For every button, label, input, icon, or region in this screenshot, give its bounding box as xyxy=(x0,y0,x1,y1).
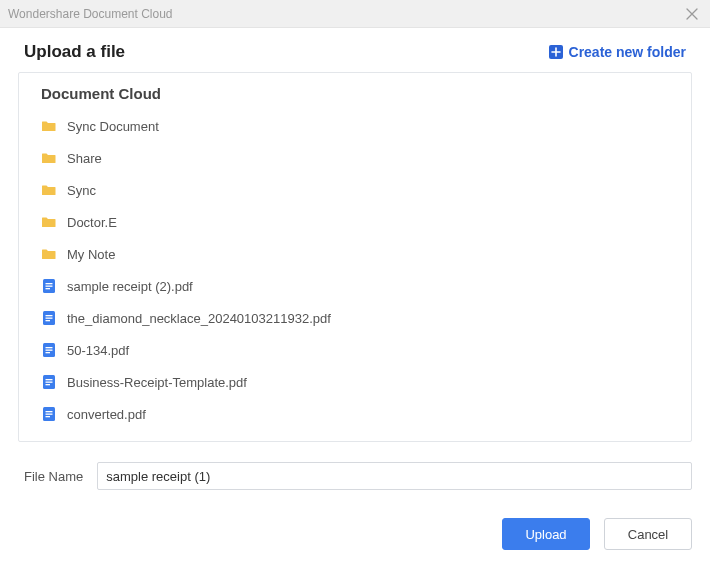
file-icon xyxy=(41,406,57,422)
folder-row[interactable]: Sync xyxy=(41,174,687,206)
svg-rect-14 xyxy=(46,379,53,380)
folder-row[interactable]: Doctor.E xyxy=(41,206,687,238)
folder-icon xyxy=(41,150,57,166)
svg-rect-7 xyxy=(46,318,53,319)
svg-rect-18 xyxy=(46,411,53,412)
plus-icon xyxy=(549,45,563,59)
item-name: Share xyxy=(67,151,102,166)
file-icon xyxy=(41,278,57,294)
svg-rect-16 xyxy=(46,384,51,385)
file-icon xyxy=(41,342,57,358)
folder-icon xyxy=(41,214,57,230)
filename-label: File Name xyxy=(24,469,83,484)
file-row[interactable]: Business-Receipt-Template.pdf xyxy=(41,366,687,398)
svg-rect-11 xyxy=(46,350,53,351)
filename-input[interactable] xyxy=(97,462,692,490)
item-name: the_diamond_necklace_20240103211932.pdf xyxy=(67,311,331,326)
svg-rect-12 xyxy=(46,352,51,353)
folder-icon xyxy=(41,118,57,134)
folder-row[interactable]: My Note xyxy=(41,238,687,270)
svg-rect-6 xyxy=(46,315,53,316)
item-name: Doctor.E xyxy=(67,215,117,230)
header: Upload a file Create new folder xyxy=(0,28,710,72)
svg-rect-19 xyxy=(46,414,53,415)
file-row[interactable]: the_diamond_necklace_20240103211932.pdf xyxy=(41,302,687,334)
window-title: Wondershare Document Cloud xyxy=(8,7,173,21)
svg-rect-4 xyxy=(46,288,51,289)
item-name: Business-Receipt-Template.pdf xyxy=(67,375,247,390)
folder-icon xyxy=(41,246,57,262)
create-new-folder-button[interactable]: Create new folder xyxy=(549,44,686,60)
svg-rect-3 xyxy=(46,286,53,287)
item-name: sample receipt (2).pdf xyxy=(67,279,193,294)
svg-rect-8 xyxy=(46,320,51,321)
item-name: converted.pdf xyxy=(67,407,146,422)
file-row[interactable]: converted.pdf xyxy=(41,398,687,430)
svg-rect-15 xyxy=(46,382,53,383)
svg-rect-20 xyxy=(46,416,51,417)
dialog-footer: Upload Cancel xyxy=(0,490,710,550)
file-browser-panel: Document Cloud Sync DocumentShareSyncDoc… xyxy=(18,72,692,442)
item-name: My Note xyxy=(67,247,115,262)
upload-button[interactable]: Upload xyxy=(502,518,590,550)
create-new-folder-label: Create new folder xyxy=(569,44,686,60)
location-breadcrumb: Document Cloud xyxy=(19,73,691,110)
page-title: Upload a file xyxy=(24,42,125,62)
folder-icon xyxy=(41,182,57,198)
svg-rect-10 xyxy=(46,347,53,348)
title-bar: Wondershare Document Cloud xyxy=(0,0,710,28)
file-list[interactable]: Sync DocumentShareSyncDoctor.EMy Notesam… xyxy=(19,110,691,441)
filename-row: File Name xyxy=(0,442,710,490)
close-icon[interactable] xyxy=(682,4,702,24)
folder-row[interactable]: Sync Document xyxy=(41,110,687,142)
item-name: 50-134.pdf xyxy=(67,343,129,358)
folder-row[interactable]: Share xyxy=(41,142,687,174)
file-icon xyxy=(41,310,57,326)
item-name: Sync Document xyxy=(67,119,159,134)
file-icon xyxy=(41,374,57,390)
cancel-button[interactable]: Cancel xyxy=(604,518,692,550)
file-row[interactable]: sample receipt (2).pdf xyxy=(41,270,687,302)
file-row[interactable]: 50-134.pdf xyxy=(41,334,687,366)
svg-rect-2 xyxy=(46,283,53,284)
item-name: Sync xyxy=(67,183,96,198)
